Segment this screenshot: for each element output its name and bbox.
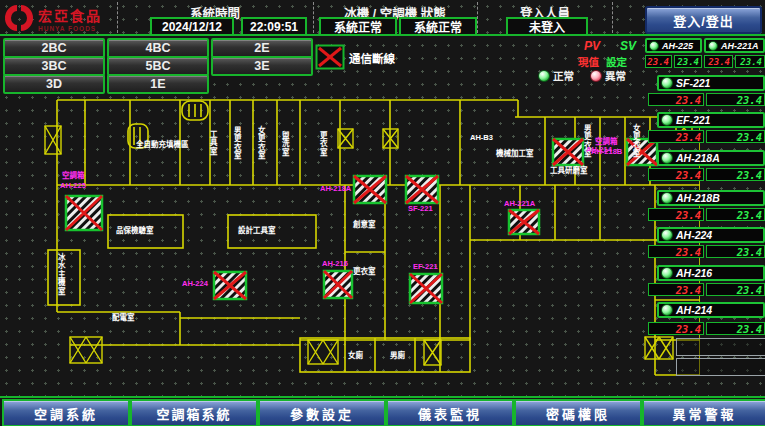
sv-value: 23.4 — [674, 55, 702, 68]
unit-status-lamp — [661, 267, 673, 279]
room-label: 配電室 — [112, 314, 135, 322]
floor-button-5bc[interactable]: 5BC — [107, 56, 209, 76]
pv-value: 23.4 — [648, 168, 704, 181]
room-label: 全自動充填機區 — [136, 141, 189, 149]
unit-button-ah-216[interactable]: AH-216 — [657, 265, 765, 281]
sv-header-label: SV — [620, 39, 636, 53]
unit-status-lamp — [661, 114, 673, 126]
marker-ah-214[interactable] — [553, 139, 583, 165]
unit-status-lamp — [708, 41, 718, 51]
room-label: 冰水主機室 — [56, 253, 64, 303]
nav-button-hvac-system[interactable]: 空調系統 — [2, 399, 130, 426]
equipment-label: SF-221 — [408, 205, 433, 213]
sv-header-cn-label: 設定 — [606, 54, 627, 69]
nav-button-parameter-settings[interactable]: 參數設定 — [258, 399, 386, 426]
floor-button-4bc[interactable]: 4BC — [107, 38, 209, 58]
normal-legend-label: 正常 — [553, 68, 574, 83]
unit-name: AH-218A — [676, 152, 720, 164]
unit-button-ah-218b[interactable]: AH-218B — [657, 190, 765, 206]
floor-button-3d[interactable]: 3D — [3, 74, 105, 94]
unit-status-lamp — [661, 229, 673, 241]
equipment-label: AH-216 — [322, 260, 348, 268]
pv-value: 23.4 — [648, 245, 704, 258]
unit-button-sf-221[interactable]: SF-221 — [657, 75, 765, 91]
pv-value: 23.4 — [648, 93, 704, 106]
pv-header-cn-label: 現值 — [578, 54, 599, 69]
sv-value: 23.4 — [706, 322, 765, 335]
nav-button-ahu-system[interactable]: 空調箱系統 — [130, 399, 258, 426]
room-label: 更衣室 — [353, 268, 376, 276]
pv-value: 23.4 — [704, 55, 733, 68]
unit-status-lamp — [661, 77, 673, 89]
header-separator — [477, 2, 478, 33]
unit-button-ah-218a[interactable]: AH-218A — [657, 150, 765, 166]
unit-name: AH-214 — [676, 304, 712, 316]
equipment-label: AH-225 — [60, 182, 86, 190]
pv-value: 23.4 — [648, 130, 704, 143]
equipment-label: AH-218A — [320, 185, 351, 193]
marker-ef-221[interactable] — [410, 274, 442, 303]
unit-name: AH-224 — [676, 229, 712, 241]
nav-divider-line — [0, 396, 765, 398]
room-label: 機械加工室 — [496, 150, 534, 158]
comm-loss-legend-label: 通信斷線 — [349, 50, 395, 66]
sv-value: 23.4 — [735, 55, 765, 68]
room-label: 創意室 — [353, 221, 376, 229]
floor-button-1e[interactable]: 1E — [107, 74, 209, 94]
room-label: 盥洗室 — [280, 131, 288, 181]
login-logout-button[interactable]: 登入/登出 — [645, 6, 762, 34]
room-label: 女廁 — [348, 352, 363, 360]
normal-legend: 正常 — [538, 68, 574, 83]
equipment-label: AH-218B — [591, 148, 622, 156]
nav-button-alarm[interactable]: 異常警報 — [642, 399, 765, 426]
room-label: 女更衣室 — [631, 124, 639, 180]
floor-button-3bc[interactable]: 3BC — [3, 56, 105, 76]
unit-button-ah-214[interactable]: AH-214 — [657, 302, 765, 318]
marker-ah-218a[interactable] — [354, 176, 386, 203]
floor-button-2bc[interactable]: 2BC — [3, 38, 105, 58]
abnormal-legend: 異常 — [590, 68, 626, 83]
room-label: 女更衣室 — [256, 126, 264, 182]
nav-button-meter-monitor[interactable]: 儀表監視 — [386, 399, 514, 426]
marker-ah-216[interactable] — [324, 271, 352, 298]
hunya-logo-icon — [4, 4, 34, 32]
unit-button-ah-225[interactable]: AH-225 — [645, 38, 702, 53]
room-label: 男廁 — [390, 352, 405, 360]
floor-button-3e[interactable]: 3E — [211, 56, 313, 76]
unit-name: AH-218B — [676, 192, 720, 204]
room-label: 工具室 — [208, 130, 216, 178]
room-label: AH-B3 — [470, 134, 493, 142]
equipment-label: 空調箱 — [62, 172, 85, 180]
unit-status-lamp — [661, 152, 673, 164]
unit-button-ah-224[interactable]: AH-224 — [657, 227, 765, 243]
equipment-label: 空調箱 — [595, 138, 618, 146]
sv-value: 23.4 — [706, 93, 765, 106]
unit-status-lamp — [661, 192, 673, 204]
unit-name: SF-221 — [676, 77, 710, 89]
nav-button-password-authority[interactable]: 密碼權限 — [514, 399, 642, 426]
pv-value: 23.4 — [648, 208, 704, 221]
abnormal-legend-label: 異常 — [605, 68, 626, 83]
room-label: 品保檢驗室 — [116, 227, 154, 235]
equipment-label: AH-224 — [182, 280, 208, 288]
unit-panel: AH-225 23.4 23.4 AH-221A 23.4 23.4 SF-22… — [645, 38, 765, 396]
normal-lamp-icon — [538, 70, 550, 82]
comm-loss-legend-icon — [315, 44, 345, 70]
unit-button-ef-221[interactable]: EF-221 — [657, 112, 765, 128]
marker-sf-221[interactable] — [406, 176, 438, 203]
unit-button-ah-221a[interactable]: AH-221A — [704, 38, 765, 53]
header-divider-line — [0, 34, 765, 36]
equipment-label: EF-221 — [413, 263, 438, 271]
pv-value: 23.4 — [645, 55, 672, 68]
logo-title: 宏亞食品 — [38, 5, 102, 25]
marker-ah-224[interactable] — [214, 272, 246, 299]
logo-subtitle: HUNYA FOODS — [38, 25, 102, 32]
hmi-screen: 宏亞食品 HUNYA FOODS 系統時間 2024/12/12 22:09:5… — [0, 0, 765, 426]
room-label: 更衣室 — [318, 131, 326, 181]
unit-status-lamp — [661, 304, 673, 316]
marker-ah-225[interactable] — [66, 196, 102, 230]
unit-name: EF-221 — [676, 114, 710, 126]
pv-header-label: PV — [584, 39, 600, 53]
floor-button-2e[interactable]: 2E — [211, 38, 313, 58]
marker-ah-221a[interactable] — [509, 210, 539, 234]
